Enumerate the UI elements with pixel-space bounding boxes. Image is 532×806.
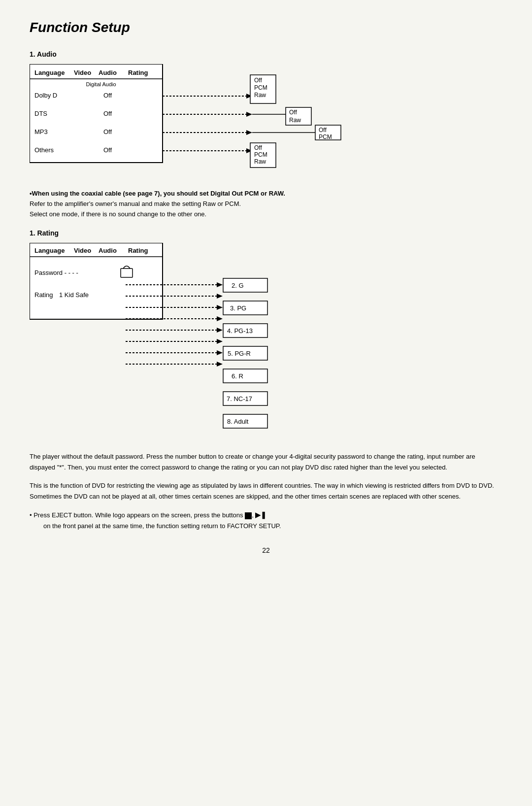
svg-marker-18 xyxy=(246,112,252,117)
page-title: Function Setup xyxy=(30,20,502,35)
svg-text:Language: Language xyxy=(34,69,65,76)
bullet-content: • Press EJECT button. While logo appears… xyxy=(30,511,243,519)
stop-icon xyxy=(245,512,252,519)
svg-line-82 xyxy=(223,285,223,285)
svg-marker-20 xyxy=(246,130,252,135)
svg-text:7. NC-17: 7. NC-17 xyxy=(227,395,252,403)
svg-text:Off: Off xyxy=(103,92,112,99)
rating-diagram: Language Video Audio Rating Password - -… xyxy=(30,243,502,441)
audio-diagram: Language Video Audio Rating Digital Audi… xyxy=(30,64,502,179)
svg-text:Rating: Rating xyxy=(128,247,148,254)
svg-text:Off: Off xyxy=(289,109,297,116)
svg-text:1 Kid Safe: 1 Kid Safe xyxy=(59,291,89,299)
svg-text:Rating: Rating xyxy=(128,69,148,76)
svg-text:Rating: Rating xyxy=(34,291,53,299)
note-line2: Refer to the amplifier's owner's manual … xyxy=(30,200,241,207)
svg-text:Off: Off xyxy=(254,144,262,151)
note-line1: •When using the coaxial cable (see page … xyxy=(30,190,285,197)
svg-line-83 xyxy=(223,307,223,308)
svg-text:Raw: Raw xyxy=(289,117,301,124)
svg-marker-61 xyxy=(217,328,223,333)
svg-text:Raw: Raw xyxy=(254,158,266,165)
note-line3: Select one mode, if there is no sound ch… xyxy=(30,210,206,218)
svg-marker-65 xyxy=(217,350,223,355)
svg-text:6. R: 6. R xyxy=(232,372,243,380)
svg-text:Audio: Audio xyxy=(99,247,117,254)
svg-text:PCM: PCM xyxy=(254,84,267,91)
audio-heading: 1. Audio xyxy=(30,50,502,58)
svg-rect-76 xyxy=(223,369,267,383)
svg-text:MP3: MP3 xyxy=(34,128,48,135)
svg-text:Video: Video xyxy=(74,247,91,254)
play-pause-icon: ▶❚ xyxy=(255,511,266,519)
svg-marker-53 xyxy=(217,282,223,287)
body-paragraph-2: This is the function of DVD for restrict… xyxy=(30,480,502,502)
svg-text:2. G: 2. G xyxy=(232,282,244,289)
svg-text:Raw: Raw xyxy=(254,92,266,99)
svg-marker-59 xyxy=(217,316,223,321)
svg-text:PCM: PCM xyxy=(254,151,267,158)
svg-text:Others: Others xyxy=(34,146,54,154)
svg-marker-67 xyxy=(217,362,223,367)
svg-text:Off: Off xyxy=(103,146,112,154)
rating-heading: 1. Rating xyxy=(30,229,502,237)
svg-text:Off: Off xyxy=(254,77,262,84)
svg-text:3. PG: 3. PG xyxy=(230,304,246,312)
bullet-text: • Press EJECT button. While logo appears… xyxy=(30,509,502,532)
svg-text:Off: Off xyxy=(319,127,327,134)
svg-text:Audio: Audio xyxy=(99,69,117,76)
svg-text:Digital Audio: Digital Audio xyxy=(86,81,116,87)
svg-text:Dolby D: Dolby D xyxy=(34,92,57,99)
svg-rect-42 xyxy=(30,243,163,319)
svg-marker-55 xyxy=(217,294,223,299)
svg-text:DTS: DTS xyxy=(34,110,47,117)
svg-marker-63 xyxy=(217,339,223,344)
svg-text:4. PG-13: 4. PG-13 xyxy=(227,327,253,335)
svg-text:PCM: PCM xyxy=(319,134,332,140)
audio-section: 1. Audio Language Video Audio Rating Dig… xyxy=(30,50,502,219)
svg-text:8. Adult: 8. Adult xyxy=(227,418,249,425)
svg-text:Password  - - - -: Password - - - - xyxy=(34,269,78,276)
svg-text:Video: Video xyxy=(74,69,91,76)
svg-text:Language: Language xyxy=(34,247,65,254)
svg-rect-68 xyxy=(223,278,267,292)
audio-note: •When using the coaxial cable (see page … xyxy=(30,189,502,219)
svg-text:Off: Off xyxy=(103,128,112,135)
bullet-end: on the front panel at the same time, the… xyxy=(36,522,281,530)
svg-marker-57 xyxy=(217,305,223,310)
page-number: 22 xyxy=(30,546,502,554)
svg-text:5. PG-R: 5. PG-R xyxy=(228,350,251,357)
svg-text:Off: Off xyxy=(103,110,112,117)
rating-section: 1. Rating Language Video Audio Rating Pa… xyxy=(30,229,502,531)
body-paragraph-1: The player without the default password.… xyxy=(30,451,502,472)
svg-rect-49 xyxy=(121,269,133,277)
